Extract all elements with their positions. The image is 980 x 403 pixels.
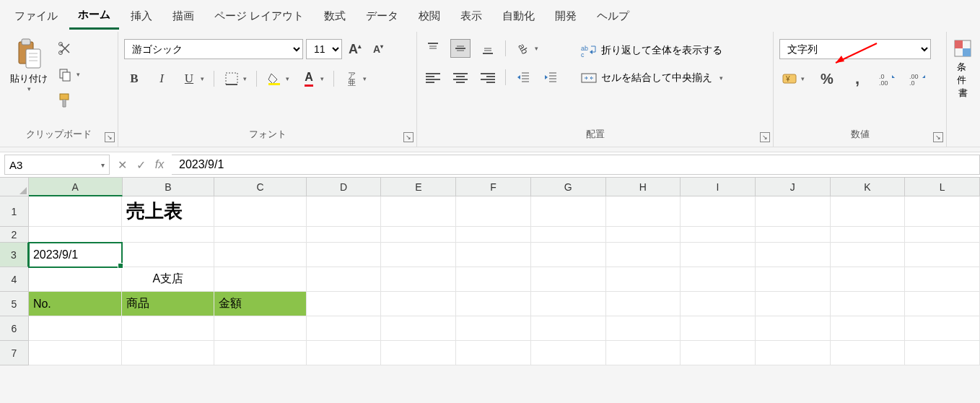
align-right-button[interactable] <box>478 68 498 87</box>
cell-K7[interactable] <box>831 341 906 365</box>
cell-K6[interactable] <box>831 316 906 341</box>
cell-C6[interactable] <box>214 316 307 341</box>
merge-dropdown[interactable]: ▾ <box>719 74 725 82</box>
cell-F3[interactable] <box>456 243 531 267</box>
align-top-button[interactable] <box>423 39 443 58</box>
menu-review[interactable]: 校閲 <box>410 4 449 29</box>
fx-button[interactable]: fx <box>152 158 167 171</box>
col-header-C[interactable]: C <box>214 178 307 196</box>
col-header-B[interactable]: B <box>123 178 215 196</box>
border-dropdown[interactable]: ▾ <box>243 75 249 82</box>
number-format-select[interactable]: 文字列 <box>779 39 931 59</box>
cell-E1[interactable] <box>381 196 456 227</box>
underline-dropdown[interactable]: ▾ <box>201 75 206 82</box>
cancel-formula-button[interactable]: ✕ <box>114 158 130 172</box>
cell-I2[interactable] <box>681 227 756 243</box>
cell-F4[interactable] <box>456 267 531 292</box>
cell-H3[interactable] <box>606 243 681 267</box>
cell-J4[interactable] <box>756 267 831 292</box>
cell-E5[interactable] <box>381 292 456 316</box>
row-header-5[interactable]: 5 <box>0 292 29 316</box>
align-center-button[interactable] <box>450 68 471 87</box>
cell-D7[interactable] <box>307 341 382 365</box>
row-header-7[interactable]: 7 <box>0 341 29 365</box>
fill-color-button[interactable] <box>264 69 284 88</box>
cell-G3[interactable] <box>531 243 606 267</box>
accounting-dropdown[interactable]: ▾ <box>801 75 807 82</box>
col-header-I[interactable]: I <box>681 178 756 196</box>
col-header-G[interactable]: G <box>531 178 606 196</box>
col-header-D[interactable]: D <box>307 178 382 196</box>
comma-button[interactable]: , <box>847 69 867 88</box>
cell-C4[interactable] <box>214 267 307 292</box>
menu-insert[interactable]: 挿入 <box>122 4 161 29</box>
col-header-H[interactable]: H <box>606 178 681 196</box>
row-header-2[interactable]: 2 <box>0 227 29 243</box>
cell-C2[interactable] <box>214 227 307 243</box>
cell-K3[interactable] <box>831 243 906 267</box>
col-header-J[interactable]: J <box>756 178 831 196</box>
cell-I5[interactable] <box>681 292 756 316</box>
cell-J5[interactable] <box>756 292 831 316</box>
italic-button[interactable]: I <box>152 69 172 88</box>
cell-B7[interactable] <box>122 341 214 365</box>
menu-automate[interactable]: 自動化 <box>494 4 543 29</box>
cell-D1[interactable] <box>307 196 382 227</box>
cell-F7[interactable] <box>456 341 531 365</box>
font-size-select[interactable]: 11 <box>306 39 342 59</box>
cell-C3[interactable] <box>214 243 307 267</box>
clipboard-launcher[interactable]: ↘ <box>105 132 115 142</box>
wrap-text-button[interactable]: abc 折り返して全体を表示する <box>575 40 728 61</box>
name-box-dropdown-icon[interactable]: ▾ <box>101 161 105 169</box>
cell-A5[interactable]: No. <box>29 292 123 316</box>
cell-G4[interactable] <box>531 267 606 292</box>
cell-A7[interactable] <box>29 341 123 365</box>
cell-E6[interactable] <box>381 316 456 341</box>
cell-E2[interactable] <box>381 227 456 243</box>
cell-D5[interactable] <box>307 292 382 316</box>
border-button[interactable] <box>222 69 242 88</box>
cell-F6[interactable] <box>456 316 531 341</box>
paste-button[interactable]: 貼り付け ▾ <box>6 35 52 95</box>
orientation-dropdown[interactable]: ▾ <box>535 45 541 52</box>
cell-F1[interactable] <box>456 196 531 227</box>
cell-B4[interactable]: A支店 <box>122 267 214 292</box>
number-launcher[interactable]: ↘ <box>933 132 943 142</box>
menu-home[interactable]: ホーム <box>69 2 119 30</box>
col-header-E[interactable]: E <box>381 178 456 196</box>
menu-data[interactable]: データ <box>357 4 407 29</box>
cell-G5[interactable] <box>531 292 606 316</box>
menu-file[interactable]: ファイル <box>6 4 66 29</box>
cell-G7[interactable] <box>531 341 606 365</box>
col-header-L[interactable]: L <box>905 178 980 196</box>
cell-B2[interactable] <box>122 227 214 243</box>
cell-E7[interactable] <box>381 341 456 365</box>
copy-dropdown[interactable]: ▾ <box>76 71 82 78</box>
cell-D3[interactable] <box>307 243 382 267</box>
bold-button[interactable]: B <box>124 69 144 88</box>
decrease-decimal-button[interactable]: .00.0 <box>908 69 928 88</box>
cell-H1[interactable] <box>606 196 681 227</box>
cell-I7[interactable] <box>681 341 756 365</box>
cell-L7[interactable] <box>905 341 980 365</box>
underline-button[interactable]: U <box>179 69 199 88</box>
cell-B5[interactable]: 商品 <box>122 292 214 316</box>
menu-view[interactable]: 表示 <box>452 4 491 29</box>
cell-C1[interactable] <box>214 196 307 227</box>
cell-J6[interactable] <box>756 316 831 341</box>
cell-K4[interactable] <box>831 267 906 292</box>
menu-draw[interactable]: 描画 <box>164 4 203 29</box>
cell-I1[interactable] <box>681 196 756 227</box>
col-header-A[interactable]: A <box>29 178 123 196</box>
menu-page-layout[interactable]: ページ レイアウト <box>206 4 312 29</box>
align-middle-button[interactable] <box>450 39 471 58</box>
increase-font-button[interactable]: A▴ <box>345 40 365 58</box>
cell-L4[interactable] <box>905 267 980 292</box>
cell-B3[interactable] <box>122 243 214 267</box>
cell-A6[interactable] <box>29 316 123 341</box>
cell-K1[interactable] <box>831 196 906 227</box>
decrease-indent-button[interactable] <box>513 68 533 87</box>
cell-I4[interactable] <box>681 267 756 292</box>
cell-I6[interactable] <box>681 316 756 341</box>
name-box[interactable]: A3 ▾ <box>4 155 110 175</box>
